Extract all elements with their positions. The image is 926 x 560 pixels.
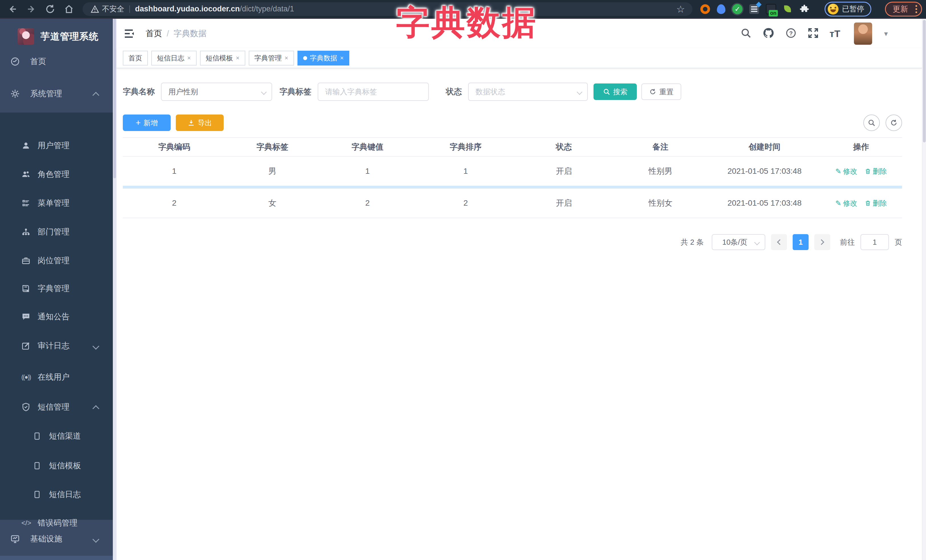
forward-icon[interactable] [25,3,38,15]
url-bar[interactable]: 不安全 dashboard.yudao.iocoder.cn /dict/typ… [83,2,692,16]
sidebar-item-infrastructure[interactable]: 基础设施 [0,525,113,553]
sidebar-item-menus[interactable]: 菜单管理 [0,189,113,217]
current-page-button[interactable]: 1 [793,234,809,250]
extension-drop-icon[interactable] [717,4,725,14]
dict-name-select[interactable]: 用户性别 [161,83,272,101]
extension-bars-icon[interactable] [749,4,759,14]
status-select[interactable]: 数据状态 [468,83,588,101]
sidebar-scrollbar[interactable] [113,19,117,560]
export-button[interactable]: 导出 [176,115,224,131]
not-secure-label[interactable]: 不安全 [102,4,124,14]
github-icon[interactable] [763,27,775,40]
extension-leaf-icon[interactable] [783,4,793,14]
search-button[interactable]: 搜索 [593,83,637,100]
sidebar-item-departments[interactable]: 部门管理 [0,217,113,246]
sidebar-item-sms-log[interactable]: 短信日志 [0,480,113,509]
col-header[interactable]: 操作 [820,142,902,152]
user-menu-caret-icon[interactable]: ▾ [884,29,888,38]
close-icon[interactable]: × [187,54,191,62]
sidebar-item-audit-log[interactable]: 审计日志 [0,332,113,360]
close-icon[interactable]: × [284,54,288,62]
dict-tag-input[interactable]: 请输入字典标签 [318,83,429,101]
home-icon[interactable] [63,3,75,15]
extensions-puzzle-icon[interactable] [799,4,809,14]
sidebar-item-system[interactable]: 系统管理 [0,80,113,108]
col-header[interactable]: 字典标签 [225,142,319,152]
sidebar-item-posts[interactable]: 岗位管理 [0,246,113,275]
prev-page-button[interactable] [771,234,787,250]
col-header[interactable]: 字典编码 [123,142,225,152]
col-header[interactable]: 创建时间 [709,142,820,152]
sidebar-item-sms-channel[interactable]: 短信渠道 [0,422,113,450]
close-icon[interactable]: × [236,54,240,62]
reset-button[interactable]: 重置 [642,83,681,100]
profile-paused-badge[interactable]: 已暂停 [825,2,871,17]
edit-link[interactable]: ✎修改 [835,167,857,176]
col-header[interactable]: 字典排序 [416,142,516,152]
browser-update-button[interactable]: 更新 [885,2,922,17]
help-icon[interactable]: ? [785,27,797,40]
back-icon[interactable] [6,3,19,15]
table-row[interactable]: 1 男 1 1 开启 性别男 2021-01-05 17:03:48 ✎修改 删… [123,157,902,186]
breadcrumb-home[interactable]: 首页 [145,28,162,39]
browser-menu-kebab-icon[interactable] [915,8,917,10]
edit-link[interactable]: ✎修改 [835,199,857,208]
tag-label: 短信日志 [157,54,185,63]
col-header[interactable]: 字典键值 [319,142,416,152]
tag-sms-log[interactable]: 短信日志× [151,51,197,65]
phone-icon [33,462,41,470]
goto-page-input[interactable]: 1 [861,234,889,250]
tag-dict-manage[interactable]: 字典管理× [249,51,294,65]
sidebar-item-sms-template[interactable]: 短信模板 [0,451,113,480]
table-row[interactable]: 2 女 2 2 开启 性别女 2021-01-05 17:03:48 ✎修改 删… [123,189,902,217]
sidebar-item-online-users[interactable]: ((●)) 在线用户 [0,363,113,391]
sidebar-item-label: 短信渠道 [49,431,81,442]
fullscreen-icon[interactable] [808,27,819,40]
sidebar-scrollbar-thumb[interactable] [113,19,116,178]
add-button[interactable]: + 新增 [123,115,171,131]
chevron-right-icon [819,239,824,245]
bookmark-star-icon[interactable]: ☆ [676,3,685,15]
sidebar-item-sms[interactable]: 短信管理 [0,393,113,421]
pagination: 共 2 条 10条/页 1 前往 1 页 [123,234,902,250]
font-size-icon[interactable]: тT [830,28,840,39]
toggle-search-icon[interactable] [863,115,880,131]
page-size-select[interactable]: 10条/页 [712,234,765,250]
extension-ring-icon[interactable] [701,4,710,14]
sidebar-fold-icon[interactable] [123,28,135,39]
reload-icon[interactable] [44,3,56,15]
page-scrollbar-thumb[interactable] [923,20,926,142]
tag-sms-template[interactable]: 短信模板× [200,51,245,65]
sidebar-item-notice[interactable]: 通知公告 [0,302,113,331]
delete-link[interactable]: 删除 [865,167,887,176]
refresh-icon[interactable] [885,115,902,131]
cell-tag: 女 [225,198,319,208]
chevron-down-icon [94,343,100,349]
user-avatar[interactable] [854,23,872,45]
next-page-button[interactable] [814,234,830,250]
cell-operations: ✎修改 删除 [820,199,902,208]
url-path[interactable]: /dict/type/data/1 [240,5,294,14]
cell-code: 1 [123,167,225,176]
sidebar-item-users[interactable]: 用户管理 [0,131,113,160]
url-host[interactable]: dashboard.yudao.iocoder.cn [135,5,240,14]
sidebar-item-dict[interactable]: 字典管理 [0,274,113,303]
page-scrollbar[interactable] [922,19,926,560]
sidebar-item-home[interactable]: 首页 [0,47,113,76]
dict-data-table: 字典编码 字典标签 字典键值 字典排序 状态 备注 创建时间 操作 1 男 1 … [123,137,902,218]
extension-on-icon[interactable]: on [766,4,776,14]
col-header[interactable]: 状态 [516,142,612,152]
close-icon[interactable]: × [340,54,344,62]
col-header[interactable]: 备注 [612,142,709,152]
add-button-label: 新增 [144,118,158,128]
app-logo-row[interactable]: 芋道管理系统 [0,23,113,50]
tag-home[interactable]: 首页 [123,51,148,65]
sidebar-item-roles[interactable]: 角色管理 [0,160,113,189]
sidebar-item-label: 审计日志 [38,340,70,351]
tag-dict-data-active[interactable]: 字典数据× [298,51,350,65]
screen: 不安全 dashboard.yudao.iocoder.cn /dict/typ… [0,0,926,560]
extension-check-icon[interactable]: ✓ [732,4,743,14]
delete-link[interactable]: 删除 [865,199,887,208]
header-search-icon[interactable] [740,27,752,40]
sidebar-item-label: 角色管理 [38,169,70,180]
